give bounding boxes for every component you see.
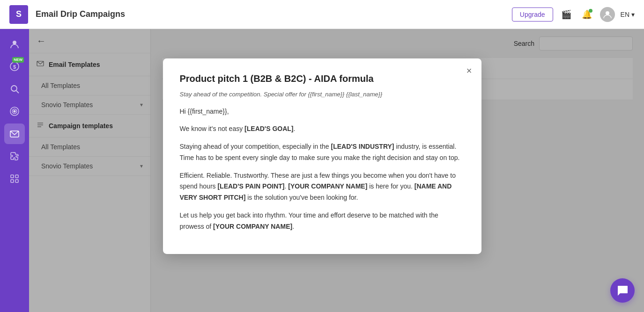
modal-bold-3: [LEAD'S PAIN POINT]: [217, 182, 284, 190]
modal-paragraph-3: Efficient. Reliable. Trustworthy. These …: [180, 170, 465, 203]
svg-text:$: $: [13, 64, 16, 70]
sidebar-icon-grid[interactable]: [4, 168, 25, 189]
modal-body: Hi {{first_name}}, We know it's not easy…: [180, 106, 465, 232]
modal-bold-1: [LEAD'S GOAL]: [244, 125, 293, 132]
help-icon[interactable]: 🎬: [559, 7, 574, 22]
svg-point-1: [13, 41, 16, 44]
modal-bold-2: [LEAD'S INDUSTRY]: [331, 143, 394, 150]
avatar[interactable]: [600, 7, 615, 22]
sidebar-icon-user[interactable]: [4, 34, 25, 54]
svg-rect-12: [11, 180, 14, 182]
modal-title: Product pitch 1 (B2B & B2C) - AIDA formu…: [180, 73, 465, 84]
svg-rect-13: [15, 180, 18, 182]
sidebar-icon-email[interactable]: [4, 123, 25, 144]
modal-paragraph-2: Staying ahead of your competition, espec…: [180, 141, 465, 164]
sidebar-icons: $ NEW: [0, 29, 29, 312]
language-selector[interactable]: EN ▾: [621, 11, 635, 18]
svg-point-4: [11, 86, 17, 91]
notifications-icon[interactable]: 🔔: [579, 7, 594, 22]
app-logo: S: [9, 5, 28, 24]
svg-rect-11: [15, 175, 18, 178]
top-header: S Email Drip Campaigns Upgrade 🎬 🔔 EN ▾: [0, 0, 644, 29]
svg-point-0: [606, 11, 609, 15]
notification-dot: [589, 9, 592, 13]
svg-line-5: [16, 91, 19, 93]
sidebar-icon-puzzle[interactable]: [4, 146, 25, 167]
header-actions: Upgrade 🎬 🔔 EN ▾: [512, 7, 635, 22]
chat-button[interactable]: [610, 278, 635, 303]
sidebar-icon-search[interactable]: [4, 79, 25, 99]
upgrade-button[interactable]: Upgrade: [512, 7, 553, 22]
new-badge: NEW: [12, 57, 24, 63]
modal-greeting: Hi {{first_name}},: [180, 106, 465, 117]
svg-rect-10: [11, 175, 14, 178]
sidebar-icon-dollar[interactable]: $ NEW: [4, 56, 25, 77]
modal-bold-6: [YOUR COMPANY NAME]: [213, 223, 292, 230]
sidebar-icon-target[interactable]: [4, 101, 25, 122]
modal-paragraph-1: We know it's not easy [LEAD'S GOAL].: [180, 123, 465, 135]
modal-paragraph-4: Let us help you get back into rhythm. Yo…: [180, 210, 465, 232]
template-preview-modal: × Product pitch 1 (B2B & B2C) - AIDA for…: [163, 58, 481, 254]
app-title: Email Drip Campaigns: [36, 9, 512, 19]
modal-subtitle: Stay ahead of the competition. Special o…: [180, 90, 465, 97]
svg-point-8: [14, 110, 15, 112]
modal-close-button[interactable]: ×: [466, 65, 472, 75]
modal-bold-4: [YOUR COMPANY NAME]: [288, 182, 367, 190]
